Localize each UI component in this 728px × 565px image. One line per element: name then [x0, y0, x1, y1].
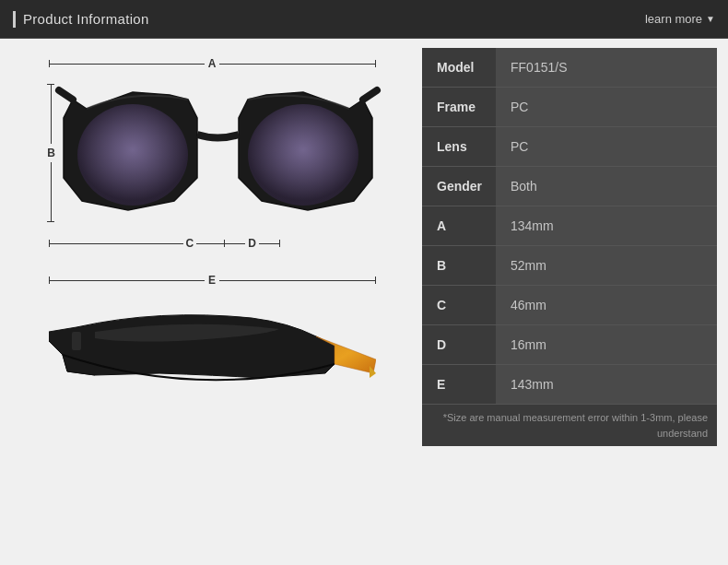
- hline-e-left: [50, 280, 205, 281]
- spec-key: Lens: [422, 127, 496, 166]
- main-content: A B: [0, 39, 728, 565]
- dim-e-label: E: [208, 274, 216, 287]
- vline-b-bot: [51, 162, 52, 221]
- dim-a-row: A: [49, 57, 376, 70]
- hline-d-right: [259, 243, 279, 244]
- front-glasses-container: B: [47, 72, 377, 233]
- dim-e-row: E: [49, 274, 376, 287]
- vline-b-top: [51, 85, 52, 144]
- spec-row: D16mm: [422, 325, 717, 365]
- spec-key: Gender: [422, 167, 496, 206]
- learn-more-label: learn more: [645, 12, 702, 26]
- spec-row: GenderBoth: [422, 167, 717, 206]
- header-bar: [13, 11, 16, 28]
- page-container: Product Information learn more ▼ A: [0, 0, 728, 565]
- header: Product Information learn more ▼: [0, 0, 728, 39]
- spec-row: A134mm: [422, 206, 717, 246]
- right-panel: ModelFF0151/SFramePCLensPCGenderBothA134…: [422, 48, 717, 556]
- dim-d-label: D: [248, 237, 256, 250]
- dim-b-col: B: [47, 84, 55, 222]
- hline-a-right: [219, 64, 374, 65]
- page-title: Product Information: [23, 11, 149, 27]
- spec-value: 134mm: [496, 206, 717, 245]
- tick-bot-b: [47, 221, 54, 222]
- spec-key: A: [422, 206, 496, 245]
- spec-value: 46mm: [496, 286, 717, 324]
- spec-key: E: [422, 365, 496, 404]
- tick-right-d: [279, 240, 280, 247]
- triangle-icon: ▼: [706, 14, 715, 24]
- front-image-section: A B: [11, 57, 413, 250]
- spec-value: PC: [496, 127, 717, 166]
- spec-value: 143mm: [496, 365, 717, 404]
- spec-key: Frame: [422, 88, 496, 126]
- side-image-section: E: [11, 274, 413, 438]
- spec-value: FF0151/S: [496, 48, 717, 87]
- spec-value: 16mm: [496, 325, 717, 364]
- spec-table: ModelFF0151/SFramePCLensPCGenderBothA134…: [422, 48, 717, 405]
- spec-row: C46mm: [422, 286, 717, 325]
- hline-a-left: [50, 64, 205, 65]
- dim-b-label: B: [47, 147, 55, 159]
- learn-more-button[interactable]: learn more ▼: [645, 12, 715, 26]
- spec-row: LensPC: [422, 127, 717, 167]
- spec-value: 52mm: [496, 246, 717, 285]
- spec-value: Both: [496, 167, 717, 206]
- spec-row: FramePC: [422, 88, 717, 127]
- svg-point-1: [248, 104, 358, 206]
- spec-row: E143mm: [422, 365, 717, 405]
- dim-a-label: A: [208, 57, 217, 70]
- spec-key: B: [422, 246, 496, 285]
- dim-c-label: C: [186, 237, 194, 250]
- tick-right-e: [375, 277, 376, 284]
- spec-key: Model: [422, 48, 496, 87]
- dim-cd-row: C D: [49, 237, 376, 250]
- spec-note: *Size are manual measurement error withi…: [422, 405, 717, 446]
- left-panel: A B: [11, 48, 413, 556]
- spec-row: B52mm: [422, 246, 717, 286]
- spec-row: ModelFF0151/S: [422, 48, 717, 88]
- spec-key: D: [422, 325, 496, 364]
- front-glasses-svg: [59, 72, 377, 233]
- svg-rect-3: [72, 332, 81, 350]
- side-glasses-svg: [49, 290, 376, 438]
- spec-key: C: [422, 286, 496, 324]
- header-title-container: Product Information: [13, 11, 149, 28]
- hline-c: [50, 243, 183, 244]
- hline-e-right: [219, 280, 375, 281]
- hline-d-left: [225, 243, 245, 244]
- tick-right-a: [375, 60, 376, 67]
- spec-value: PC: [496, 88, 717, 126]
- svg-point-0: [77, 104, 188, 206]
- hline-c-right: [196, 243, 224, 244]
